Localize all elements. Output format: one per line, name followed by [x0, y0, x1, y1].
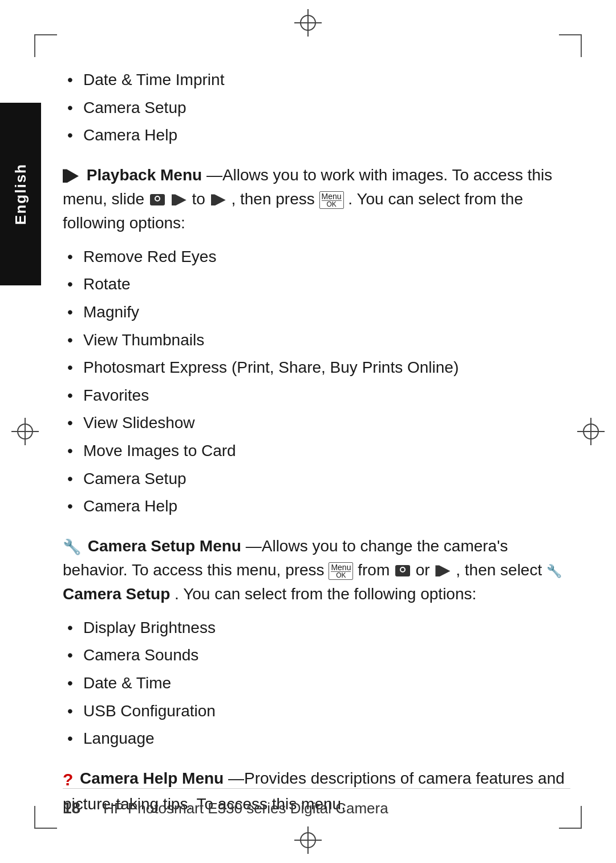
camera-icon-2	[395, 565, 410, 576]
list-item: View Thumbnails	[63, 329, 570, 352]
menu-ok-key: Menu OK	[319, 191, 344, 209]
list-item: Remove Red Eyes	[63, 245, 570, 269]
playback-bullet-list: Remove Red Eyes Rotate Magnify View Thum…	[63, 245, 570, 518]
wrench-icon: 🔧	[63, 538, 81, 555]
corner-mark-top-right	[559, 34, 582, 57]
camera-help-menu-name: Camera Help Menu	[80, 769, 224, 787]
corner-mark-top-left	[34, 34, 57, 57]
crosshair-right	[577, 418, 605, 445]
crosshair-top	[294, 9, 322, 37]
sidebar: English	[0, 103, 41, 285]
list-item: Favorites	[63, 384, 570, 408]
list-item: Magnify	[63, 301, 570, 324]
play-icon-1	[172, 194, 187, 205]
camera-setup-bullet-list: Display Brightness Camera Sounds Date & …	[63, 616, 570, 751]
sidebar-language-label: English	[12, 163, 30, 225]
list-item: Move Images to Card	[63, 439, 570, 463]
camera-setup-desc2: from	[358, 561, 394, 579]
list-item: USB Configuration	[63, 700, 570, 723]
playback-menu-name: Playback Menu	[87, 166, 202, 184]
wrench-icon-2: 🔧	[546, 564, 562, 578]
corner-mark-bottom-left	[34, 806, 57, 829]
list-item: Camera Help	[63, 495, 570, 518]
list-item: Camera Setup	[63, 96, 570, 120]
list-item: Date & Time Imprint	[63, 68, 570, 92]
playback-desc2: , then press	[231, 190, 319, 208]
list-item: Display Brightness	[63, 616, 570, 640]
page-number: 18	[63, 799, 80, 817]
list-item: Camera Help	[63, 124, 570, 147]
play-icon-3	[435, 565, 450, 576]
crosshair-left	[11, 418, 39, 445]
camera-setup-or: or	[416, 561, 435, 579]
list-item: View Slideshow	[63, 412, 570, 435]
camera-setup-menu-para: 🔧 Camera Setup Menu —Allows you to chang…	[63, 534, 570, 606]
list-item: Photosmart Express (Print, Share, Buy Pr…	[63, 356, 570, 380]
camera-setup-desc4: . You can select from the following opti…	[175, 585, 476, 603]
menu-ok-key-2: Menu OK	[329, 562, 353, 580]
footer: 18 HP Photosmart E330 series Digital Cam…	[63, 788, 570, 817]
crosshair-bottom	[294, 826, 322, 854]
main-content: Date & Time Imprint Camera Setup Camera …	[63, 68, 570, 795]
list-item: Rotate	[63, 273, 570, 296]
to-text: to	[192, 190, 210, 208]
top-bullet-list: Date & Time Imprint Camera Setup Camera …	[63, 68, 570, 147]
camera-setup-bold: Camera Setup	[63, 585, 170, 603]
list-item: Language	[63, 727, 570, 751]
playback-icon	[63, 169, 79, 183]
play-icon-2	[211, 194, 226, 205]
list-item: Date & Time	[63, 672, 570, 695]
list-item: Camera Setup	[63, 467, 570, 491]
camera-setup-desc3: , then select	[456, 561, 546, 579]
playback-menu-para: Playback Menu —Allows you to work with i…	[63, 163, 570, 235]
question-icon: ?	[63, 770, 73, 789]
footer-title: HP Photosmart E330 series Digital Camera	[103, 800, 388, 817]
camera-setup-menu-name: Camera Setup Menu	[88, 537, 241, 555]
camera-icon	[150, 194, 165, 205]
list-item: Camera Sounds	[63, 644, 570, 667]
